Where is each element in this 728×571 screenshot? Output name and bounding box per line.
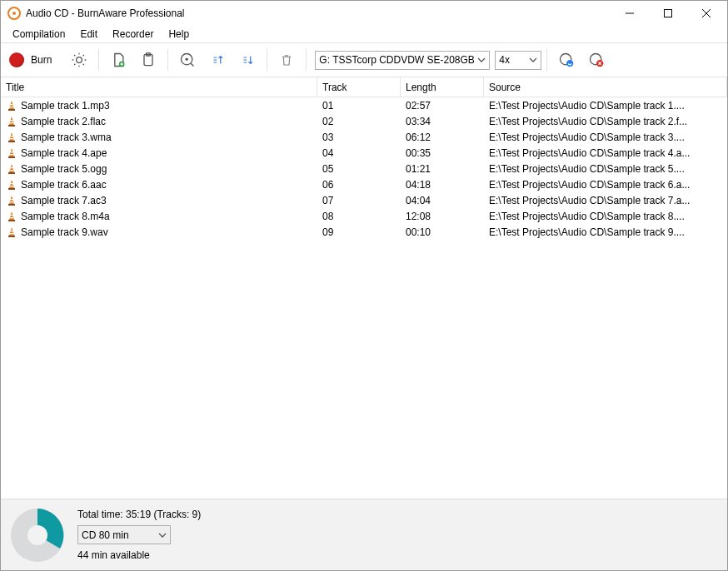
cell-source: E:\Test Projects\Audio CD\Sample track 7…	[484, 195, 727, 206]
cell-source: E:\Test Projects\Audio CD\Sample track 5…	[484, 163, 727, 175]
burn-label: Burn	[31, 54, 52, 66]
col-source[interactable]: Source	[484, 77, 727, 97]
cell-title: Sample track 8.m4a	[1, 211, 317, 222]
cell-length: 03:34	[401, 116, 484, 127]
svg-rect-25	[10, 151, 13, 152]
move-up-button[interactable]	[203, 46, 232, 74]
col-length[interactable]: Length	[401, 77, 484, 97]
burn-button[interactable]: Burn	[6, 49, 63, 71]
titlebar: Audio CD - BurnAware Professional	[1, 1, 727, 26]
menu-help[interactable]: Help	[162, 27, 196, 42]
cell-length: 04:04	[401, 195, 484, 206]
track-list: Title Track Length Source Sample track 1…	[1, 77, 727, 499]
cell-track: 01	[317, 100, 401, 112]
record-icon	[9, 52, 24, 67]
cell-length: 02:57	[401, 100, 484, 112]
cell-track: 07	[317, 195, 401, 206]
cell-source: E:\Test Projects\Audio CD\Sample track 4…	[484, 147, 727, 159]
speed-select[interactable]: 4x	[495, 51, 541, 70]
svg-rect-31	[10, 183, 13, 184]
cell-length: 00:35	[401, 147, 484, 159]
cell-length: 04:18	[401, 179, 484, 191]
disc-eject-icon	[588, 52, 605, 68]
table-row[interactable]: Sample track 9.wav0900:10E:\Test Project…	[1, 224, 727, 240]
total-time-label: Total time: 35:19 (Tracks: 9)	[77, 509, 201, 520]
trash-icon	[279, 52, 294, 67]
cell-track: 05	[317, 163, 401, 175]
table-body: Sample track 1.mp30102:57E:\Test Project…	[1, 97, 727, 499]
cell-title: Sample track 1.mp3	[1, 100, 317, 112]
svg-rect-38	[9, 217, 13, 218]
cell-source: E:\Test Projects\Audio CD\Sample track 9…	[484, 226, 727, 238]
svg-rect-41	[9, 233, 13, 234]
refresh-disc-button[interactable]	[552, 46, 581, 74]
table-row[interactable]: Sample track 2.flac0203:34E:\Test Projec…	[1, 113, 727, 129]
col-title[interactable]: Title	[1, 77, 317, 97]
svg-rect-40	[10, 231, 13, 231]
menu-compilation[interactable]: Compilation	[6, 27, 72, 42]
play-disc-button[interactable]	[173, 46, 202, 74]
sort-down-icon	[240, 52, 255, 67]
delete-button[interactable]	[272, 46, 301, 74]
maximize-button[interactable]	[649, 1, 687, 26]
chevron-down-icon	[529, 56, 537, 64]
table-row[interactable]: Sample track 8.m4a0812:08E:\Test Project…	[1, 208, 727, 224]
cell-track: 02	[317, 116, 401, 127]
sort-up-icon	[210, 52, 225, 67]
cell-track: 08	[317, 211, 401, 222]
svg-rect-32	[9, 186, 13, 186]
settings-button[interactable]	[65, 46, 93, 74]
table-row[interactable]: Sample track 7.ac30704:04E:\Test Project…	[1, 192, 727, 208]
table-row[interactable]: Sample track 5.ogg0501:21E:\Test Project…	[1, 161, 727, 176]
disc-play-icon	[179, 52, 196, 68]
svg-rect-28	[10, 167, 13, 168]
svg-rect-36	[8, 220, 15, 221]
table-row[interactable]: Sample track 1.mp30102:57E:\Test Project…	[1, 97, 727, 113]
table-header: Title Track Length Source	[1, 77, 727, 97]
svg-point-43	[27, 525, 47, 545]
chevron-down-icon	[158, 531, 167, 539]
speed-select-value: 4x	[499, 54, 510, 66]
toolbar: Burn G: TSSTcorp CDDVDW SE-208GB	[1, 42, 727, 77]
close-button[interactable]	[687, 1, 726, 26]
file-plus-icon	[110, 52, 127, 68]
app-icon	[7, 7, 21, 20]
disc-type-select[interactable]: CD 80 min	[77, 525, 171, 544]
cell-track: 03	[317, 132, 401, 143]
svg-rect-20	[9, 122, 13, 123]
minimize-button[interactable]	[611, 1, 649, 26]
table-row[interactable]: Sample track 4.ape0400:35E:\Test Project…	[1, 145, 727, 161]
table-row[interactable]: Sample track 6.aac0604:18E:\Test Project…	[1, 176, 727, 192]
svg-rect-39	[8, 236, 15, 237]
add-file-button[interactable]	[104, 46, 132, 74]
cell-title: Sample track 7.ac3	[1, 195, 317, 206]
cell-source: E:\Test Projects\Audio CD\Sample track 3…	[484, 132, 727, 143]
chevron-down-icon	[477, 56, 486, 64]
eject-disc-button[interactable]	[582, 46, 611, 74]
svg-point-12	[566, 60, 573, 67]
drive-select-value: G: TSSTcorp CDDVDW SE-208GB	[319, 54, 475, 66]
svg-rect-34	[10, 199, 13, 200]
table-row[interactable]: Sample track 3.wma0306:12E:\Test Project…	[1, 129, 727, 145]
svg-rect-15	[8, 109, 15, 111]
cell-title: Sample track 5.ogg	[1, 163, 317, 175]
menubar: Compilation Edit Recorder Help	[1, 26, 727, 42]
paste-button[interactable]	[134, 46, 162, 74]
cell-title: Sample track 3.wma	[1, 132, 317, 143]
window-controls	[611, 1, 726, 26]
menu-edit[interactable]: Edit	[73, 27, 104, 42]
svg-rect-30	[8, 188, 15, 190]
svg-rect-37	[10, 215, 13, 216]
cell-title: Sample track 2.flac	[1, 116, 317, 127]
cell-track: 04	[317, 147, 401, 159]
move-down-button[interactable]	[233, 46, 262, 74]
cell-source: E:\Test Projects\Audio CD\Sample track 6…	[484, 179, 727, 191]
svg-rect-23	[9, 138, 13, 139]
disc-refresh-icon	[558, 52, 575, 68]
col-track[interactable]: Track	[317, 77, 401, 97]
svg-point-1	[12, 12, 16, 15]
drive-select[interactable]: G: TSSTcorp CDDVDW SE-208GB	[315, 51, 490, 70]
cell-length: 00:10	[401, 226, 484, 238]
menu-recorder[interactable]: Recorder	[106, 27, 160, 42]
cell-length: 01:21	[401, 163, 484, 175]
